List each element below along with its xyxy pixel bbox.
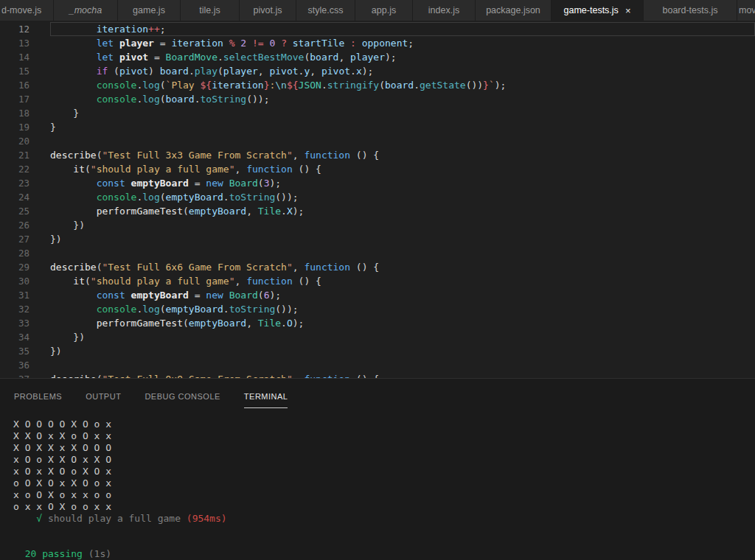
code-token: console [97, 304, 137, 315]
editor-tab-bar: d-move.js_mochagame.jstile.jspivot.jssty… [0, 0, 755, 21]
code-token: console [97, 192, 137, 203]
code-line[interactable]: 33 performGameTest(emptyBoard, Tile.O); [0, 316, 755, 330]
code-text: console.log(emptyBoard.toString()); [50, 302, 755, 316]
code-line[interactable]: 31 const emptyBoard = new Board(6); [0, 288, 755, 302]
tab-game-tests-js[interactable]: game-tests.js× [552, 0, 644, 21]
terminal-line: X X O x X o O x x [13, 430, 755, 442]
code-token: () { [350, 262, 379, 273]
tab--mocha[interactable]: _mocha [54, 0, 118, 21]
terminal-segment: x O x X O o X O x [13, 466, 111, 477]
code-text: console.log(emptyBoard.toString()); [50, 190, 755, 204]
terminal-line: x O o X X O x X O [13, 454, 755, 466]
code-line[interactable]: 28 [0, 246, 755, 260]
code-line[interactable]: 37describe("Test Full 9x9 Game From Scra… [0, 372, 755, 378]
panel-tab-problems[interactable]: PROBLEMS [14, 392, 62, 408]
tab-app-js[interactable]: app.js [355, 0, 413, 21]
tab-style-css[interactable]: style.css [296, 0, 355, 21]
tab-game-js[interactable]: game.js [118, 0, 181, 21]
terminal-line: o O X O x X O o x [13, 477, 755, 489]
code-token: . [223, 304, 229, 315]
code-line[interactable]: 25 performGameTest(emptyBoard, Tile.X); [0, 204, 755, 218]
code-text: let player = iteration % 2 != 0 ? startT… [50, 36, 755, 50]
code-line[interactable]: 18 } [0, 106, 755, 120]
terminal-segment: should play a full game [42, 513, 187, 524]
code-editor[interactable]: 12 iteration++;13 let player = iteration… [0, 21, 755, 378]
tab-index-js[interactable]: index.js [413, 0, 476, 21]
tab-tile-js[interactable]: tile.js [181, 0, 240, 21]
code-token [50, 304, 97, 315]
code-token: % [229, 38, 235, 49]
tab-mov[interactable]: mov [737, 0, 755, 21]
code-token [50, 80, 97, 91]
code-token [50, 290, 97, 301]
code-line[interactable]: 12 iteration++; [0, 22, 755, 36]
code-line[interactable]: 23 const emptyBoard = new Board(3); [0, 176, 755, 190]
line-number: 17 [0, 92, 29, 106]
code-token [114, 38, 119, 49]
panel-tab-output[interactable]: OUTPUT [86, 392, 121, 408]
line-number: 26 [0, 218, 29, 232]
terminal-segment: X O O O O X O o x [13, 419, 111, 430]
code-line[interactable]: 16 console.log(`Play ${iteration}:\n${JS… [0, 78, 755, 92]
code-token [50, 276, 73, 287]
tab-board-tests-js[interactable]: board-tests.js [644, 0, 737, 21]
code-line[interactable]: 24 console.log(emptyBoard.toString()); [0, 190, 755, 204]
code-line[interactable]: 35}) [0, 344, 755, 358]
code-line[interactable]: 32 console.log(emptyBoard.toString()); [0, 302, 755, 316]
line-number: 34 [0, 330, 29, 344]
code-token: describe [50, 150, 97, 161]
terminal-output[interactable]: X O O O O X O o xX X O x X o O x xX O X … [0, 408, 755, 560]
code-token: " [287, 150, 293, 161]
code-line[interactable]: 15 if (pivot) board.play(player, pivot.y… [0, 64, 755, 78]
code-line[interactable]: 17 console.log(board.toString()); [0, 92, 755, 106]
code-token: toString [201, 94, 247, 105]
code-token: }) [50, 234, 62, 245]
code-token: emptyBoard [131, 178, 189, 189]
tab-package-json[interactable]: package.json [476, 0, 552, 21]
code-line[interactable]: 13 let player = iteration % 2 != 0 ? sta… [0, 36, 755, 50]
code-token: . [218, 52, 223, 63]
tab-d-move-js[interactable]: d-move.js [0, 0, 54, 21]
code-token: emptyBoard [131, 290, 189, 301]
code-line[interactable]: 29describe("Test Full 6x6 Game From Scra… [0, 260, 755, 274]
code-token: play [195, 66, 218, 77]
code-line[interactable]: 20 [0, 134, 755, 148]
terminal-segment: (1s) [83, 548, 111, 559]
bottom-panel: PROBLEMSOUTPUTDEBUG CONSOLETERMINAL X O … [0, 378, 755, 560]
terminal-segment: x O o X X O x X O [13, 454, 111, 465]
code-token: let [97, 38, 114, 49]
code-line[interactable]: 34 }) [0, 330, 755, 344]
code-line[interactable]: 21describe("Test Full 3x3 Game From Scra… [0, 148, 755, 162]
tab-pivot-js[interactable]: pivot.js [240, 0, 296, 21]
code-token: . [321, 80, 327, 91]
close-icon[interactable]: × [625, 6, 631, 15]
code-text: } [50, 120, 755, 134]
code-token: ); [385, 52, 397, 63]
code-line[interactable]: 36 [0, 358, 755, 372]
tab-label: tile.js [199, 5, 220, 15]
code-line[interactable]: 14 let pivot = BoardMove.selectBestMove(… [0, 50, 755, 64]
code-token [275, 38, 281, 49]
code-token: should play a full game [97, 164, 229, 175]
code-token: " [91, 164, 97, 175]
code-line[interactable]: 19} [0, 120, 755, 134]
line-number: 37 [0, 372, 29, 378]
tab-label: _mocha [69, 5, 102, 15]
code-token [125, 290, 131, 301]
panel-tab-terminal[interactable]: TERMINAL [244, 392, 288, 408]
code-token: iteration [171, 38, 223, 49]
code-token: ( [183, 318, 189, 329]
code-line[interactable]: 30 it("should play a full game", functio… [0, 274, 755, 288]
code-token: log [142, 80, 159, 91]
code-token: pivot [269, 66, 298, 77]
terminal-segment: (954ms) [187, 513, 227, 524]
panel-tab-debug-console[interactable]: DEBUG CONSOLE [145, 392, 220, 408]
code-token: ( [379, 80, 385, 91]
code-line[interactable]: 27}) [0, 232, 755, 246]
code-token [114, 52, 119, 63]
code-token [50, 66, 97, 77]
code-token: ${ [201, 80, 212, 91]
code-line[interactable]: 22 it("should play a full game", functio… [0, 162, 755, 176]
code-line[interactable]: 26 }) [0, 218, 755, 232]
code-token: if [97, 66, 108, 77]
